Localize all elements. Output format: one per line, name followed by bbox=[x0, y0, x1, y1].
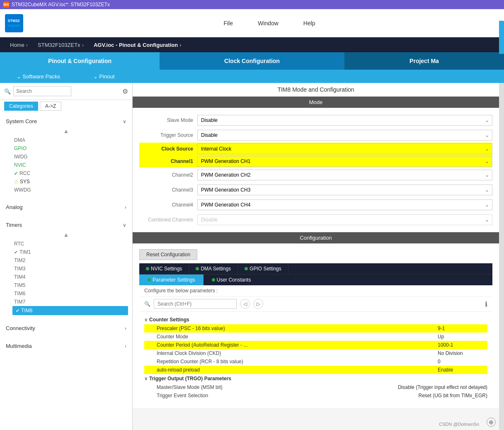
scroll-up-indicator: ▲ bbox=[4, 127, 128, 135]
clock-source-select[interactable]: Internal Clock bbox=[197, 143, 492, 154]
logo-cube: CubeMX bbox=[7, 24, 20, 27]
sidebar-item-tim6[interactable]: TIM6 bbox=[12, 289, 128, 298]
channel3-label: Channel3 bbox=[139, 187, 193, 193]
logo: STM32 CubeMX bbox=[5, 14, 23, 32]
dot-icon bbox=[148, 278, 151, 282]
sidebar-item-tim1[interactable]: ✔ TIM1 bbox=[12, 248, 128, 256]
menu-items: File Window Help bbox=[40, 20, 499, 27]
combined-channels-label: Combined Channels bbox=[139, 217, 193, 223]
chevron-right-icon: › bbox=[82, 42, 84, 48]
reset-configuration-button[interactable]: Reset Configuration bbox=[139, 249, 197, 260]
menu-file[interactable]: File bbox=[223, 20, 233, 27]
sidebar-item-tim8[interactable]: ✔ TIM8 bbox=[12, 306, 128, 315]
channel2-select[interactable]: PWM Generation CH2 bbox=[197, 170, 492, 180]
sidebar-analog-section: Analog › bbox=[0, 198, 132, 216]
tab-atoz[interactable]: A->Z bbox=[40, 102, 61, 111]
timers-header[interactable]: Timers ∨ bbox=[4, 219, 128, 231]
search-input[interactable] bbox=[13, 86, 71, 96]
chevron-down-icon: ∨ bbox=[144, 317, 148, 323]
chevron-right-icon: › bbox=[125, 343, 126, 349]
sidebar-item-dma[interactable]: DMA bbox=[12, 136, 128, 144]
sidebar-item-tim7[interactable]: TIM7 bbox=[12, 298, 128, 306]
tab-dma-settings[interactable]: DMA Settings bbox=[189, 263, 238, 274]
clock-source-label: Clock Source bbox=[139, 146, 193, 152]
search-icon: 🔍 bbox=[144, 301, 150, 307]
chevron-right-icon: › bbox=[125, 204, 126, 210]
param-counter-mode[interactable]: Counter Mode Up bbox=[144, 333, 487, 341]
warning-icon: ⚠ bbox=[14, 179, 18, 185]
chevron-right-icon: › bbox=[26, 42, 28, 48]
analog-header[interactable]: Analog › bbox=[4, 202, 128, 213]
breadcrumb-device[interactable]: STM32F103ZETx › bbox=[33, 37, 89, 52]
tab-bar: Pinout & Configuration Clock Configurati… bbox=[0, 52, 504, 70]
param-repetition-counter[interactable]: Repetition Counter (RCR - 8 bits value) … bbox=[144, 357, 487, 366]
combined-channels-select[interactable]: Disable bbox=[197, 214, 492, 225]
sidebar-item-rcc[interactable]: ✔ RCC bbox=[12, 169, 128, 177]
param-auto-reload-preload[interactable]: auto-reload preload Enable bbox=[144, 366, 487, 374]
param-search-input[interactable] bbox=[154, 299, 237, 309]
menu-help[interactable]: Help bbox=[303, 20, 315, 27]
sidebar-item-tim3[interactable]: TIM3 bbox=[12, 265, 128, 273]
tab-user-constants[interactable]: User Constants bbox=[204, 275, 259, 285]
channel4-label: Channel4 bbox=[139, 202, 193, 208]
param-trigger-event[interactable]: Trigger Event Selection Reset (UG bit fr… bbox=[144, 391, 487, 400]
param-prescaler[interactable]: Prescaler (PSC - 16 bits value) 9-1 bbox=[144, 324, 487, 333]
app-icon: MX bbox=[3, 2, 9, 7]
sidebar-item-tim2[interactable]: TIM2 bbox=[12, 256, 128, 265]
tab-parameter-settings[interactable]: Parameter Settings bbox=[139, 275, 204, 285]
tab-project-manager[interactable]: Project Ma bbox=[344, 52, 504, 70]
nav-prev-button[interactable]: ◁ bbox=[240, 299, 250, 309]
tab-categories[interactable]: Categories bbox=[4, 102, 38, 111]
channel3-select[interactable]: PWM Generation CH3 bbox=[197, 185, 492, 195]
check-icon: ✔ bbox=[14, 171, 18, 176]
multimedia-header[interactable]: Multimedia › bbox=[4, 340, 128, 352]
software-packs-btn[interactable]: ⌄ Software Packs bbox=[17, 73, 60, 80]
sidebar-item-tim5[interactable]: TIM5 bbox=[12, 281, 128, 289]
breadcrumb-project[interactable]: AGV.ioc - Pinout & Configuration › bbox=[89, 37, 187, 52]
tab-gpio-settings[interactable]: GPIO Settings bbox=[238, 263, 288, 274]
sidebar-item-wwdg[interactable]: WWDG bbox=[12, 186, 128, 194]
chevron-down-icon: ∨ bbox=[123, 222, 126, 228]
breadcrumb-home[interactable]: Home › bbox=[5, 37, 33, 52]
gear-icon[interactable]: ⚙ bbox=[122, 87, 128, 95]
config-tab-row: NVIC Settings DMA Settings GPIO Settings bbox=[139, 263, 492, 274]
sidebar-item-rtc[interactable]: RTC bbox=[12, 240, 128, 248]
search-icon: 🔍 bbox=[4, 88, 11, 95]
clock-source-select-wrapper: Internal Clock bbox=[197, 143, 492, 154]
info-button[interactable]: ℹ bbox=[485, 300, 487, 308]
check-icon: ✔ bbox=[14, 250, 18, 255]
combined-channels-row: Combined Channels Disable bbox=[139, 212, 492, 227]
param-msm-bit[interactable]: Master/Slave Mode (MSM bit) Disable (Tri… bbox=[144, 383, 487, 391]
pinout-btn[interactable]: ⌄ Pinout bbox=[93, 73, 114, 80]
slave-mode-select[interactable]: Disable bbox=[197, 115, 492, 126]
menu-window[interactable]: Window bbox=[258, 20, 279, 27]
sidebar-item-gpio[interactable]: GPIO bbox=[12, 144, 128, 153]
channel4-select[interactable]: PWM Generation CH4 bbox=[197, 199, 492, 210]
counter-settings-header[interactable]: ∨ Counter Settings bbox=[144, 315, 487, 324]
param-counter-period[interactable]: Counter Period (AutoReload Register - ..… bbox=[144, 341, 487, 349]
system-core-header[interactable]: System Core ∨ bbox=[4, 116, 128, 127]
channel1-select-wrapper: PWM Generation CH1 bbox=[197, 156, 492, 167]
main-layout: 🔍 ⚙ Categories A->Z System Core ∨ ▲ DMA … bbox=[0, 83, 504, 430]
tab-clock-config[interactable]: Clock Configuration bbox=[160, 52, 344, 70]
zoom-in-button[interactable]: ⊕ bbox=[487, 418, 496, 427]
content-title: TIM8 Mode and Configuration bbox=[133, 83, 499, 97]
tab-nvic-settings[interactable]: NVIC Settings bbox=[139, 263, 189, 274]
trigger-source-select[interactable]: Disable bbox=[197, 130, 492, 141]
param-internal-clock-div[interactable]: Internal Clock Division (CKD) No Divisio… bbox=[144, 349, 487, 357]
sidebar-item-iwdg[interactable]: IWDG bbox=[12, 153, 128, 161]
channel1-select[interactable]: PWM Generation CH1 bbox=[197, 156, 492, 167]
chevron-right-icon: › bbox=[125, 326, 126, 331]
trigger-output-header[interactable]: ∨ Trigger Output (TRGO) Parameters bbox=[144, 374, 487, 383]
right-scrollbar[interactable] bbox=[499, 83, 504, 430]
scrollbar-thumb[interactable] bbox=[499, 21, 504, 54]
connectivity-header[interactable]: Connectivity › bbox=[4, 323, 128, 334]
nav-next-button[interactable]: ▷ bbox=[253, 299, 263, 309]
sidebar-item-tim4[interactable]: TIM4 bbox=[12, 273, 128, 281]
tab-pinout-config[interactable]: Pinout & Configuration bbox=[0, 52, 160, 70]
sidebar-item-nvic[interactable]: NVIC bbox=[12, 161, 128, 169]
dot-icon bbox=[146, 267, 149, 270]
sidebar-item-sys[interactable]: ⚠ SYS bbox=[12, 177, 128, 186]
clock-source-row: Clock Source Internal Clock bbox=[139, 143, 492, 155]
title-bar: MX STM32CubeMX AGV.ioc*: STM32F103ZETx bbox=[0, 0, 504, 9]
